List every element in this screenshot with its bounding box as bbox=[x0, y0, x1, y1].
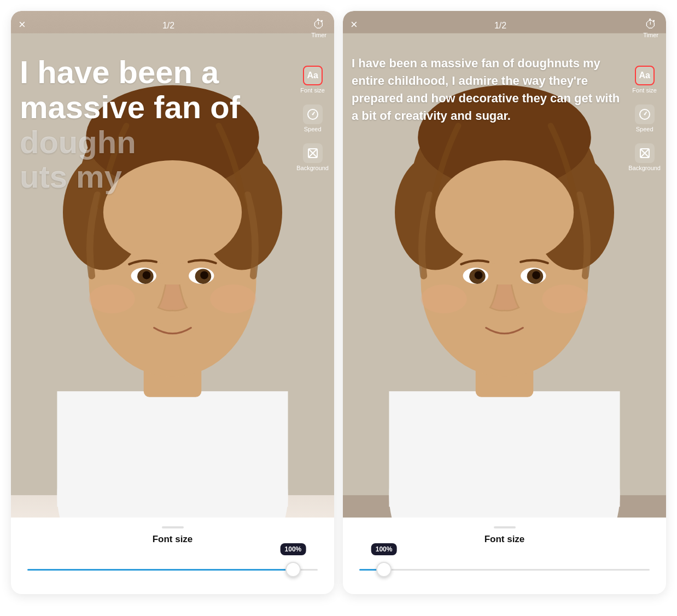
left-font-size-button[interactable]: Aa Font size bbox=[296, 66, 329, 94]
left-background-label: Background bbox=[296, 165, 329, 171]
left-text-overlay: I have been a massive fan of doughnuts m… bbox=[20, 55, 296, 194]
right-top-bar: × 1/2 ⏱ Timer bbox=[343, 11, 666, 38]
right-speed-icon bbox=[635, 104, 655, 124]
right-timer-label: Timer bbox=[643, 32, 658, 38]
svg-rect-2 bbox=[57, 391, 288, 507]
right-speed-label: Speed bbox=[636, 126, 653, 132]
left-dim-text: doughnuts my bbox=[20, 124, 136, 195]
right-panel: × 1/2 ⏱ Timer I have been a massive fan … bbox=[343, 11, 666, 594]
left-close-button[interactable]: × bbox=[19, 19, 26, 31]
right-timer-button[interactable]: ⏱ Timer bbox=[643, 19, 658, 38]
left-timer-label: Timer bbox=[311, 32, 326, 38]
left-top-bar: × 1/2 ⏱ Timer bbox=[11, 11, 334, 38]
left-slider-container: 100% bbox=[22, 556, 323, 583]
left-slider-track bbox=[27, 569, 318, 571]
left-font-size-title: Font size bbox=[22, 534, 323, 545]
left-right-controls: Aa Font size Speed bbox=[296, 66, 329, 171]
svg-point-32 bbox=[435, 160, 574, 264]
svg-point-42 bbox=[644, 114, 645, 115]
right-speed-button[interactable]: Speed bbox=[628, 104, 661, 132]
app-container: × 1/2 ⏱ Timer I have been a massive fan … bbox=[0, 0, 677, 616]
left-slider-thumb[interactable]: 100% bbox=[285, 562, 301, 577]
right-divider-handle bbox=[494, 526, 516, 528]
left-background-button[interactable]: Background bbox=[296, 143, 329, 171]
left-timer-icon: ⏱ bbox=[313, 19, 325, 31]
left-timer-button[interactable]: ⏱ Timer bbox=[311, 19, 326, 38]
left-font-size-label: Font size bbox=[300, 87, 325, 94]
right-preview-card: × 1/2 ⏱ Timer I have been a massive fan … bbox=[343, 11, 666, 518]
left-font-size-icon: Aa bbox=[303, 66, 323, 85]
svg-point-14 bbox=[143, 271, 151, 280]
right-font-size-icon: Aa bbox=[635, 66, 655, 85]
svg-point-38 bbox=[532, 271, 540, 280]
svg-point-39 bbox=[421, 284, 466, 313]
left-background-icon bbox=[303, 143, 323, 163]
right-background-button[interactable]: Background bbox=[628, 143, 661, 171]
right-background-icon bbox=[635, 143, 655, 163]
left-bottom-panel: Font size 100% bbox=[11, 518, 334, 594]
svg-point-37 bbox=[475, 271, 483, 280]
right-slider-track bbox=[359, 569, 650, 571]
left-panel: × 1/2 ⏱ Timer I have been a massive fan … bbox=[11, 11, 334, 594]
left-percent-badge: 100% bbox=[281, 543, 306, 555]
right-main-text: I have been a massive fan of doughnuts m… bbox=[352, 56, 620, 123]
right-timer-icon: ⏱ bbox=[645, 19, 657, 31]
svg-rect-25 bbox=[389, 391, 620, 507]
svg-point-16 bbox=[89, 284, 135, 313]
right-slider-thumb[interactable]: 100% bbox=[376, 562, 392, 577]
right-slider-container: 100% bbox=[354, 556, 655, 583]
right-percent-badge: 100% bbox=[371, 543, 397, 555]
left-page-indicator: 1/2 bbox=[162, 21, 174, 31]
right-close-button[interactable]: × bbox=[351, 19, 358, 31]
left-preview-card: × 1/2 ⏱ Timer I have been a massive fan … bbox=[11, 11, 334, 518]
svg-point-17 bbox=[210, 284, 256, 313]
left-speed-label: Speed bbox=[304, 126, 322, 132]
right-page-indicator: 1/2 bbox=[494, 21, 506, 31]
svg-point-19 bbox=[312, 114, 313, 115]
right-font-size-label: Font size bbox=[632, 87, 657, 94]
right-background-label: Background bbox=[628, 165, 661, 171]
right-font-size-button[interactable]: Aa Font size bbox=[628, 66, 661, 94]
svg-point-15 bbox=[200, 271, 208, 280]
left-speed-icon bbox=[303, 104, 323, 124]
right-right-controls: Aa Font size Speed bbox=[628, 66, 661, 171]
left-main-text: I have been a massive fan of bbox=[20, 54, 240, 125]
right-bottom-panel: Font size 100% bbox=[343, 518, 666, 594]
right-font-size-title: Font size bbox=[354, 534, 655, 545]
left-speed-button[interactable]: Speed bbox=[296, 104, 329, 132]
svg-point-40 bbox=[542, 284, 588, 313]
left-divider-handle bbox=[162, 526, 184, 528]
right-text-overlay: I have been a massive fan of doughnuts m… bbox=[352, 55, 628, 125]
